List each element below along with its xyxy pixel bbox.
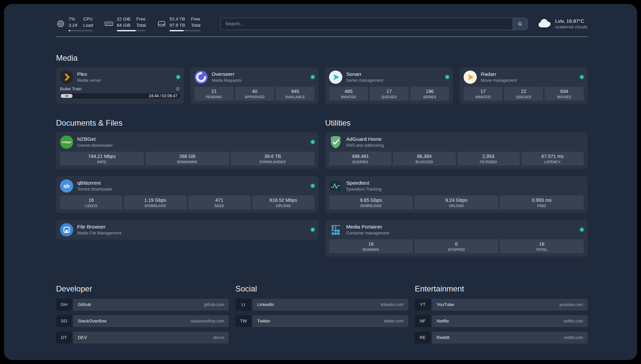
stat-value: 40 (236, 89, 273, 94)
cpu-widget: 7% 3.24 CPU Load (56, 16, 93, 31)
service-description: Media Requests (212, 78, 241, 83)
stat-tile: 16 LEECH (60, 196, 122, 209)
filebrowser-icon (60, 223, 73, 236)
stat-value: 16 (61, 197, 121, 203)
service-name: Radarr (481, 71, 517, 77)
stat-value: 16 (501, 241, 582, 247)
service-card-sonarr[interactable]: Sonarr Series management 485 WANTED 17 Q… (325, 67, 453, 104)
bookmark-abbr: DT (56, 332, 72, 344)
stat-tile: 2,953 FILTERED (457, 152, 520, 166)
bookmark-name: Reddit (437, 335, 449, 340)
sonarr-icon (329, 71, 342, 84)
stat-tile: 17 QUEUED (370, 87, 409, 101)
bookmark-netflix[interactable]: NF Netflix netflix.com (415, 315, 588, 327)
stat-tile: 618.52 Mbps UPLOAD (252, 196, 315, 209)
stat-tile: 9.24 Gbps UPLOAD (414, 196, 498, 209)
overseerr-icon (195, 71, 208, 84)
service-description: Media File Management (77, 231, 121, 235)
stat-tile: 834 MOVIES (545, 87, 584, 101)
stat-value: 39.6 TB (232, 154, 313, 159)
stat-tile: 0.993 ms PING (500, 196, 584, 209)
bookmark-domain: linkedin.com (381, 302, 404, 307)
weather-widget: Lviv, 16.87°C scattered clouds (537, 18, 588, 29)
stat-label: RATE (61, 160, 142, 164)
status-dot (580, 228, 584, 231)
disk-icon (157, 19, 166, 28)
service-description: Usenet downloader (77, 143, 113, 148)
bookmark-abbr: RE (415, 332, 431, 344)
status-dot (311, 140, 315, 144)
bookmark-linkedin[interactable]: LI LinkedIn linkedin.com (235, 299, 408, 311)
bookmark-twitter[interactable]: TW Twitter twitter.com (235, 315, 408, 327)
service-name: Plex (77, 71, 101, 77)
search-input[interactable] (220, 18, 528, 30)
bookmarks-entertainment: Entertainment YT YouTube youtube.com NF … (415, 284, 588, 348)
bookmarks-social: Social LI LinkedIn linkedin.com TW Twitt… (235, 284, 408, 348)
status-dot (311, 75, 315, 79)
service-card-nzbget[interactable]: nzbget NZBGet Usenet downloader 744.21 M… (56, 132, 319, 169)
bookmark-name: StackOverflow (78, 318, 107, 323)
bookmark-reddit[interactable]: RE Reddit reddit.com (415, 332, 588, 344)
documents-section: Documents & Files nzbget NZBGet Usenet d… (56, 118, 319, 264)
playback-time: 24:44 / 02:06:47 (149, 94, 177, 98)
status-dot (311, 228, 315, 231)
service-description: Series management (346, 78, 383, 83)
bookmark-abbr: NF (415, 315, 431, 327)
bookmark-domain: netflix.com (563, 319, 583, 323)
bookmark-dev[interactable]: DT DEV dev.to (56, 332, 229, 344)
pause-button[interactable] (61, 94, 73, 98)
stat-label: SERIES (412, 95, 448, 99)
stat-value: 945 (277, 89, 313, 94)
service-card-qbittorrent[interactable]: qb qBittorrent Torrent downloader 16 LEE… (56, 176, 319, 213)
bookmark-github[interactable]: GH Github github.com (56, 299, 229, 311)
search-bar: G (220, 18, 528, 30)
bookmark-name: Github (78, 302, 91, 307)
stat-tile: 17 WANTED (464, 87, 503, 101)
stat-tile: 0 STOPPED (414, 239, 498, 253)
stat-label: AVAILABLE (277, 95, 313, 99)
section-title-social: Social (235, 284, 408, 293)
status-dot (176, 75, 180, 79)
nzbget-icon: nzbget (60, 136, 73, 149)
header-divider (56, 37, 588, 37)
service-card-speedtest[interactable]: Speedtest Speedtest Tracking 9.65 Gbps D… (325, 176, 588, 213)
stat-value: 86,384 (394, 154, 454, 159)
stat-value: 2,953 (459, 154, 518, 159)
bookmark-domain: twitter.com (384, 319, 404, 323)
bookmark-stackoverflow[interactable]: SO StackOverflow stackoverflow.com (56, 315, 229, 327)
plex-icon (60, 71, 73, 84)
stat-tile: 485 WANTED (329, 87, 368, 101)
service-card-plex[interactable]: Plex Media server Bullet Train ⚙ 24:44 /… (56, 67, 184, 104)
stat-value: 1.19 Gbps (125, 197, 185, 203)
service-card-filebrowser[interactable]: File Browser Media File Management (56, 220, 319, 240)
section-title-documents: Documents & Files (56, 118, 319, 128)
status-dot (311, 184, 315, 188)
service-card-overseerr[interactable]: Overseerr Media Requests 21 PENDING 40 A… (191, 67, 319, 104)
service-card-portainer[interactable]: Media Portainer Container management 16 … (325, 220, 588, 257)
disk-free-label: Free (191, 16, 200, 22)
bookmark-domain: stackoverflow.com (191, 319, 224, 323)
bookmark-abbr: SO (56, 315, 72, 327)
stat-value: 266 GB (147, 154, 228, 159)
service-name: Sonarr (346, 71, 383, 77)
section-title-utilities: Utilities (325, 118, 588, 128)
service-card-adguard[interactable]: AdGuard Home DNS and adblocking 498,461 … (325, 132, 588, 169)
stat-label: FILTERED (459, 160, 518, 164)
stat-tile: 47.571 ms LATENCY (521, 152, 584, 166)
stat-value: 744.21 Mbps (61, 154, 142, 159)
gear-icon[interactable]: ⚙ (176, 86, 180, 91)
stat-label: LEECH (61, 204, 121, 208)
service-card-radarr[interactable]: Radarr Movie management 17 WANTED 22 QUE… (460, 67, 588, 104)
stat-label: MOVIES (546, 95, 582, 99)
stat-label: LATENCY (523, 160, 582, 164)
stat-value: 471 (190, 197, 249, 203)
service-description: Media server (77, 78, 101, 83)
stat-value: 0 (416, 241, 497, 247)
radarr-icon (464, 71, 477, 84)
plex-now-playing-widget: Bullet Train ⚙ 24:44 / 02:06:47 (60, 86, 180, 99)
search-provider-button[interactable]: G (513, 18, 527, 30)
memory-free-label: Free (137, 16, 146, 22)
stat-value: 47.571 ms (523, 154, 582, 159)
stat-tile: 266 GB REMAINING (145, 152, 229, 166)
bookmark-youtube[interactable]: YT YouTube youtube.com (415, 299, 588, 311)
